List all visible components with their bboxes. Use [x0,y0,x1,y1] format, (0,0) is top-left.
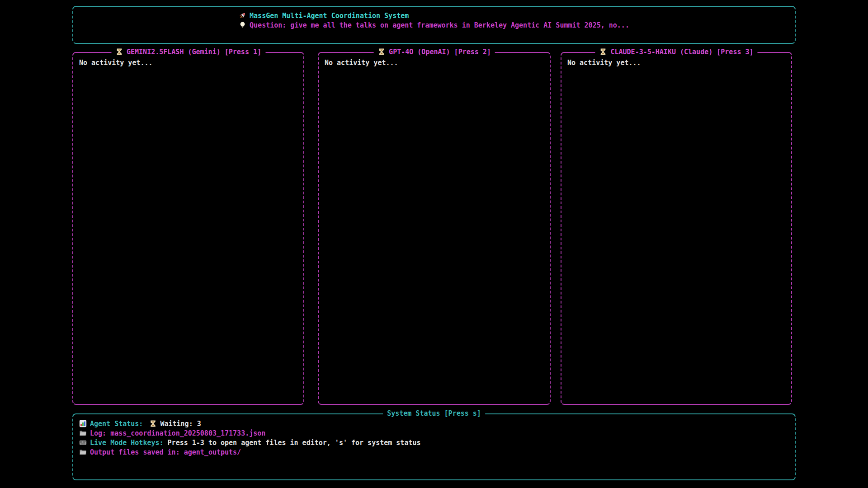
log-filename: mass_coordination_20250803_171733.json [110,429,265,437]
header-panel: MassGen Multi-Agent Coordination System … [72,6,796,44]
folder-icon [79,448,87,456]
hourglass-icon [599,48,607,56]
app-title-line: MassGen Multi-Agent Coordination System [239,11,629,21]
hourglass-icon [149,420,157,427]
log-line: Log: mass_coordination_20250803_171733.j… [79,429,795,438]
hourglass-icon [377,48,385,56]
output-line: Output files saved in: agent_outputs/ [79,448,795,457]
question-line: Question: give me all the talks on agent… [239,21,629,30]
system-status-title[interactable]: System Status [Press s] [383,409,485,418]
agent-panel-gpt4o-title[interactable]: GPT-4O (OpenAI) [Press 2] [373,47,495,57]
question-text: Question: give me all the talks on agent… [250,21,629,29]
agent-panel-claude-title[interactable]: CLAUDE-3-5-HAIKU (Claude) [Press 3] [595,47,757,57]
hotkeys-line: Live Mode Hotkeys: Press 1-3 to open age… [79,438,795,448]
rocket-icon [239,12,246,19]
agent-panel-title-text: GPT-4O (OpenAI) [Press 2] [389,48,491,56]
hotkeys-label: Live Mode Hotkeys: [90,439,164,447]
system-status-title-text: System Status [Press s] [387,409,481,418]
agent-activity-text: No activity yet... [567,58,791,68]
terminal-screen[interactable]: MassGen Multi-Agent Coordination System … [0,0,868,488]
agent-activity-text: No activity yet... [325,58,550,68]
folder-icon [79,429,87,437]
keyboard-icon [79,439,87,446]
log-label: Log: [90,429,106,437]
bar-chart-icon [79,420,87,427]
agent-activity-text: No activity yet... [79,58,303,68]
agent-status-value: Waiting: 3 [160,420,201,428]
agent-panel-title-text: CLAUDE-3-5-HAIKU (Claude) [Press 3] [610,48,753,56]
agent-panel-gemini: GEMINI2.5FLASH (Gemini) [Press 1] No act… [72,52,304,405]
agent-panel-title-text: GEMINI2.5FLASH (Gemini) [Press 1] [127,48,261,56]
hotkeys-value: Press 1-3 to open agent files in editor,… [168,439,421,447]
output-label: Output files saved in: [90,448,180,456]
hourglass-icon [115,48,123,56]
agent-panel-gpt4o: GPT-4O (OpenAI) [Press 2] No activity ye… [318,52,551,405]
agent-status-line: Agent Status: Waiting: 3 [79,419,795,429]
agent-status-label: Agent Status: [90,420,143,428]
agent-panel-claude: CLAUDE-3-5-HAIKU (Claude) [Press 3] No a… [561,52,792,405]
bulb-icon [239,21,246,29]
header-content: MassGen Multi-Agent Coordination System … [239,11,629,30]
agent-panel-gemini-title[interactable]: GEMINI2.5FLASH (Gemini) [Press 1] [111,47,265,57]
output-path: agent_outputs/ [184,448,241,456]
app-title: MassGen Multi-Agent Coordination System [250,12,409,20]
system-status-panel: System Status [Press s] Agent Status: Wa… [72,413,796,480]
